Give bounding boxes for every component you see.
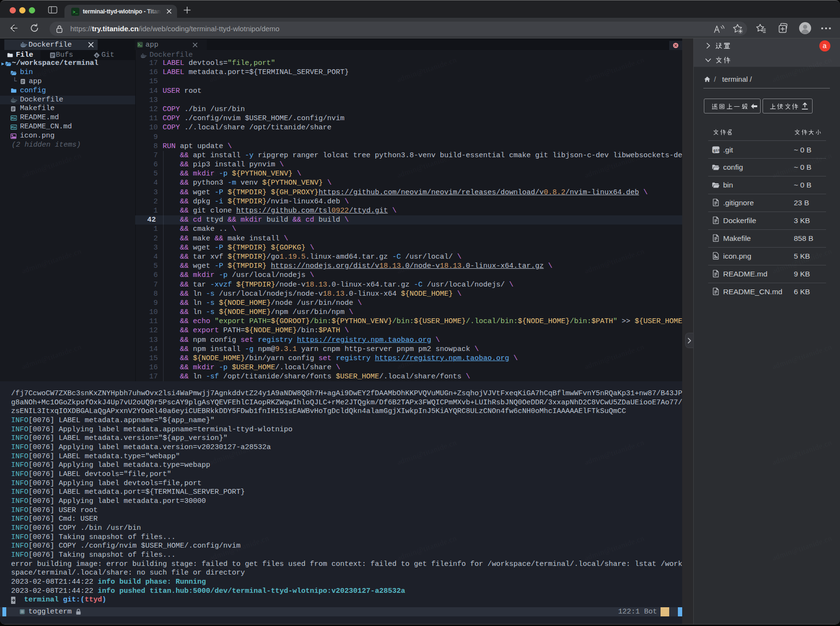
svg-text:>_: >_ [73, 10, 78, 15]
svg-text:git: git [713, 148, 720, 152]
